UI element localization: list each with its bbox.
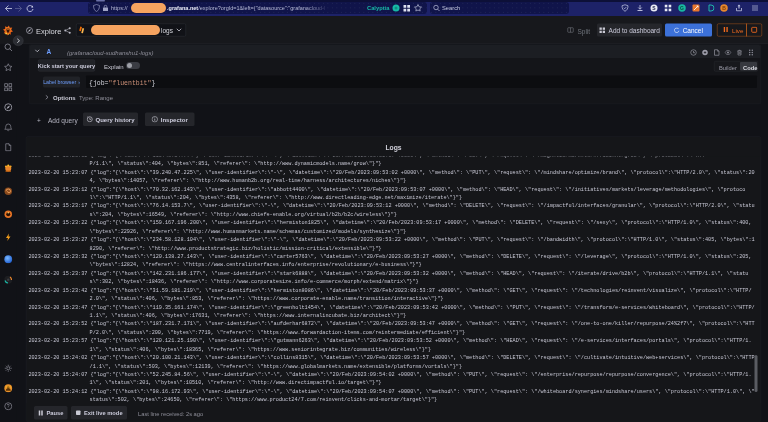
svg-text:G: G: [680, 5, 684, 11]
svg-text:?: ?: [7, 403, 10, 409]
svg-text:B: B: [722, 5, 726, 11]
